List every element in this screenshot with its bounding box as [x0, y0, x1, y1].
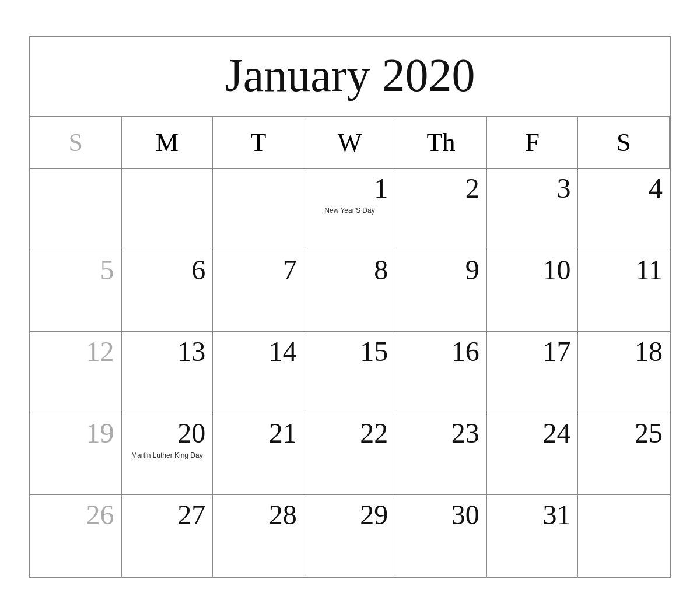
day-number: 30 — [452, 501, 480, 529]
day-number: 17 — [542, 338, 570, 366]
day-cell: 30 — [396, 495, 487, 577]
day-number: 10 — [542, 256, 570, 284]
day-number: 23 — [452, 419, 480, 447]
day-cell: 11 — [578, 250, 670, 332]
day-cell: 4 — [578, 169, 670, 250]
day-cell: 5 — [30, 250, 122, 332]
day-cell — [30, 169, 122, 250]
day-number: 8 — [374, 256, 388, 284]
day-number: 31 — [542, 501, 570, 529]
day-header-t: T — [213, 117, 304, 169]
day-cell: 9 — [396, 250, 487, 332]
day-number: 25 — [635, 419, 663, 447]
day-number: 27 — [177, 501, 205, 529]
day-number: 13 — [177, 338, 205, 366]
day-cell: 29 — [304, 495, 396, 577]
day-number: 2 — [466, 174, 480, 202]
day-number: 22 — [360, 419, 388, 447]
day-cell — [122, 169, 214, 250]
day-header-m: M — [122, 117, 214, 169]
day-number: 11 — [636, 256, 663, 284]
day-number: 19 — [86, 419, 114, 447]
day-cell: 23 — [396, 413, 487, 495]
day-cell: 22 — [304, 413, 396, 495]
day-event: Martin Luther King Day — [129, 451, 206, 461]
day-cell: 8 — [304, 250, 396, 332]
day-number: 20 — [177, 419, 205, 447]
day-number: 5 — [100, 256, 114, 284]
day-cell: 27 — [122, 495, 214, 577]
day-cell — [213, 169, 304, 250]
calendar-grid: SMTWThFS1New Year'S Day23456789101112131… — [30, 117, 670, 577]
day-cell: 19 — [30, 413, 122, 495]
day-header-w: W — [304, 117, 396, 169]
day-number: 7 — [283, 256, 297, 284]
day-number: 18 — [635, 338, 663, 366]
day-header-s: S — [578, 117, 670, 169]
day-cell: 13 — [122, 332, 214, 413]
day-header-f: F — [487, 117, 579, 169]
day-cell: 26 — [30, 495, 122, 577]
day-number: 4 — [649, 174, 663, 202]
day-cell: 3 — [487, 169, 579, 250]
day-number: 21 — [269, 419, 297, 447]
day-cell: 1New Year'S Day — [304, 169, 396, 250]
day-cell: 10 — [487, 250, 579, 332]
day-cell — [578, 495, 670, 577]
day-cell: 28 — [213, 495, 304, 577]
day-cell: 25 — [578, 413, 670, 495]
day-number: 28 — [269, 501, 297, 529]
day-cell: 2 — [396, 169, 487, 250]
day-event: New Year'S Day — [312, 206, 388, 216]
day-number: 12 — [86, 338, 114, 366]
day-cell: 20Martin Luther King Day — [122, 413, 214, 495]
day-cell: 15 — [304, 332, 396, 413]
day-number: 9 — [466, 256, 480, 284]
day-cell: 7 — [213, 250, 304, 332]
day-number: 29 — [360, 501, 388, 529]
day-cell: 14 — [213, 332, 304, 413]
day-cell: 17 — [487, 332, 579, 413]
day-cell: 21 — [213, 413, 304, 495]
day-number: 1 — [374, 174, 388, 202]
day-cell: 18 — [578, 332, 670, 413]
day-cell: 16 — [396, 332, 487, 413]
day-number: 16 — [452, 338, 480, 366]
calendar-title: January 2020 — [30, 37, 670, 117]
day-number: 3 — [556, 174, 570, 202]
day-number: 26 — [86, 501, 114, 529]
calendar: January 2020 SMTWThFS1New Year'S Day2345… — [29, 36, 671, 578]
day-cell: 6 — [122, 250, 214, 332]
day-number: 24 — [542, 419, 570, 447]
day-number: 6 — [191, 256, 205, 284]
day-cell: 24 — [487, 413, 579, 495]
day-number: 14 — [269, 338, 297, 366]
day-cell: 12 — [30, 332, 122, 413]
day-cell: 31 — [487, 495, 579, 577]
day-header-th: Th — [396, 117, 487, 169]
day-number: 15 — [360, 338, 388, 366]
day-header-s: S — [30, 117, 122, 169]
